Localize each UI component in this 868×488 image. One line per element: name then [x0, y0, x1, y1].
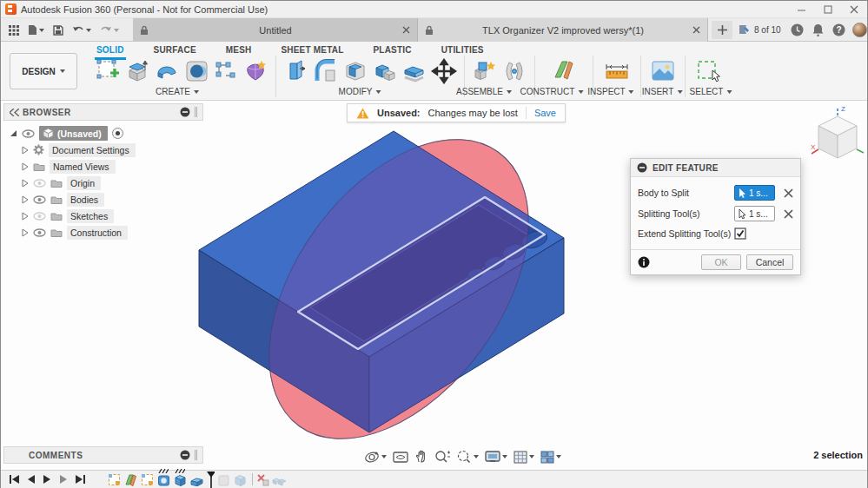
splitting-tool-selection[interactable]: 1 s...	[734, 206, 775, 221]
timeline-step-back-button[interactable]	[23, 472, 37, 486]
ok-button[interactable]: OK	[701, 254, 741, 270]
display-settings-button[interactable]	[485, 451, 507, 464]
zoom-window-button[interactable]	[456, 450, 479, 464]
grid-snap-button[interactable]	[514, 451, 534, 464]
timeline-step-forward-button[interactable]	[56, 472, 70, 486]
tab-tlx-organizer[interactable]: TLX Organizer V2 improved wersy*(1)	[418, 18, 708, 42]
measure-button[interactable]	[604, 56, 630, 87]
timeline-rolled-feature[interactable]	[233, 472, 248, 487]
close-button[interactable]	[841, 1, 867, 17]
minimize-button[interactable]	[789, 1, 815, 17]
insert-image-button[interactable]	[650, 56, 676, 87]
modify-dropdown[interactable]: MODIFY	[339, 87, 381, 96]
visibility-eye-off-icon[interactable]	[33, 179, 46, 188]
clear-selection-icon[interactable]	[784, 188, 793, 198]
visibility-eye-icon[interactable]	[33, 195, 46, 204]
timeline-error-feature[interactable]	[255, 472, 270, 487]
timeline-go-to-start-button[interactable]	[7, 472, 21, 486]
assemble-dropdown[interactable]: ASSEMBLE	[456, 87, 512, 96]
move-button[interactable]	[431, 56, 457, 87]
select-dropdown[interactable]: SELECT	[690, 87, 732, 96]
help-button[interactable]: ?	[829, 18, 848, 42]
visibility-eye-off-icon[interactable]	[33, 212, 46, 221]
redo-button[interactable]	[96, 20, 123, 41]
panel-drag-handle[interactable]	[195, 107, 197, 117]
select-button[interactable]	[696, 56, 722, 87]
inspect-dropdown[interactable]: INSPECT	[587, 87, 633, 96]
maximize-button[interactable]	[815, 1, 841, 17]
tab-untitled[interactable]: Untitled	[133, 18, 418, 42]
timeline-rolled-feature[interactable]	[272, 472, 287, 487]
browser-row-construction[interactable]: Construction	[10, 224, 136, 241]
browser-root-row[interactable]: (Unsaved)	[10, 125, 136, 142]
notifications-button[interactable]	[808, 18, 827, 42]
timeline-plane-feature[interactable]	[123, 472, 138, 487]
expand-collapse-icon[interactable]	[21, 146, 29, 155]
notification-history-button[interactable]	[787, 18, 806, 42]
expand-collapse-icon[interactable]	[21, 179, 29, 188]
timeline-split-body-feature[interactable]	[189, 472, 204, 487]
activate-component-radio[interactable]	[112, 128, 123, 139]
clear-selection-icon[interactable]	[784, 209, 793, 219]
insert-dropdown[interactable]: INSERT	[642, 87, 683, 96]
undo-button[interactable]	[68, 20, 96, 41]
timeline-extrude-feature-warning[interactable]	[156, 472, 171, 487]
close-icon[interactable]	[692, 26, 700, 34]
expand-collapse-icon[interactable]	[21, 212, 29, 221]
minimize-panel-icon[interactable]	[180, 107, 190, 117]
browser-row-named-views[interactable]: Named Views	[10, 158, 136, 175]
panel-drag-handle[interactable]	[195, 450, 197, 460]
orbit-button[interactable]	[364, 450, 387, 465]
construction-plane-button[interactable]	[551, 56, 577, 87]
minimize-dialog-icon[interactable]	[637, 162, 647, 173]
viewports-button[interactable]	[540, 451, 561, 464]
joint-button[interactable]	[501, 56, 527, 87]
minimize-panel-icon[interactable]	[180, 450, 190, 460]
workspace-selector[interactable]: DESIGN	[10, 53, 77, 89]
document-root-item[interactable]: (Unsaved)	[39, 126, 108, 141]
body-to-split-selection[interactable]: 1 s...	[734, 185, 775, 201]
press-pull-button[interactable]	[283, 56, 309, 87]
close-icon[interactable]	[402, 26, 410, 34]
create-sketch-button[interactable]	[95, 56, 121, 87]
save-link[interactable]: Save	[534, 108, 556, 118]
timeline-extrude-feature-warning[interactable]	[173, 472, 188, 487]
revolve-button[interactable]	[154, 56, 180, 87]
timeline-sketch-feature[interactable]	[140, 472, 155, 487]
timeline-playhead[interactable]	[206, 472, 215, 487]
info-icon[interactable]	[638, 256, 650, 268]
viewport[interactable]: Z X BROWSER (Unsaved)	[1, 101, 867, 470]
combine-button[interactable]	[372, 56, 398, 87]
expand-collapse-icon[interactable]	[10, 129, 17, 137]
browser-row-origin[interactable]: Origin	[10, 175, 136, 191]
timeline-rolled-feature[interactable]	[216, 472, 231, 487]
cancel-button[interactable]: Cancel	[746, 254, 793, 270]
expand-collapse-icon[interactable]	[21, 195, 29, 204]
new-tab-button[interactable]	[712, 21, 732, 39]
browser-row-sketches[interactable]: Sketches	[10, 208, 136, 224]
look-at-button[interactable]	[393, 451, 408, 463]
app-grid-button[interactable]	[4, 20, 23, 41]
comments-panel-header[interactable]: COMMENTS	[3, 446, 203, 464]
new-component-button[interactable]	[472, 56, 498, 87]
timeline-go-to-end-button[interactable]	[73, 472, 87, 486]
fillet-button[interactable]	[313, 56, 339, 87]
sketch-dimension-button[interactable]	[213, 56, 239, 87]
visibility-eye-icon[interactable]	[22, 129, 35, 138]
pan-button[interactable]	[414, 450, 428, 464]
timeline-sketch-feature[interactable]	[107, 472, 122, 487]
extrude-button[interactable]	[124, 56, 150, 87]
collapse-left-icon[interactable]	[10, 109, 19, 116]
file-menu-button[interactable]	[23, 20, 49, 41]
visibility-eye-icon[interactable]	[33, 228, 46, 237]
extend-checkbox[interactable]	[734, 228, 746, 240]
construct-dropdown[interactable]: CONSTRUCT	[520, 87, 584, 96]
user-avatar[interactable]	[852, 23, 867, 37]
zoom-button[interactable]	[434, 450, 450, 464]
view-cube[interactable]: Z X	[810, 104, 865, 174]
create-form-button[interactable]	[242, 56, 268, 87]
shell-button[interactable]	[342, 56, 368, 87]
browser-row-bodies[interactable]: Bodies	[10, 191, 136, 208]
create-dropdown[interactable]: CREATE	[156, 87, 199, 96]
expand-collapse-icon[interactable]	[21, 228, 29, 237]
